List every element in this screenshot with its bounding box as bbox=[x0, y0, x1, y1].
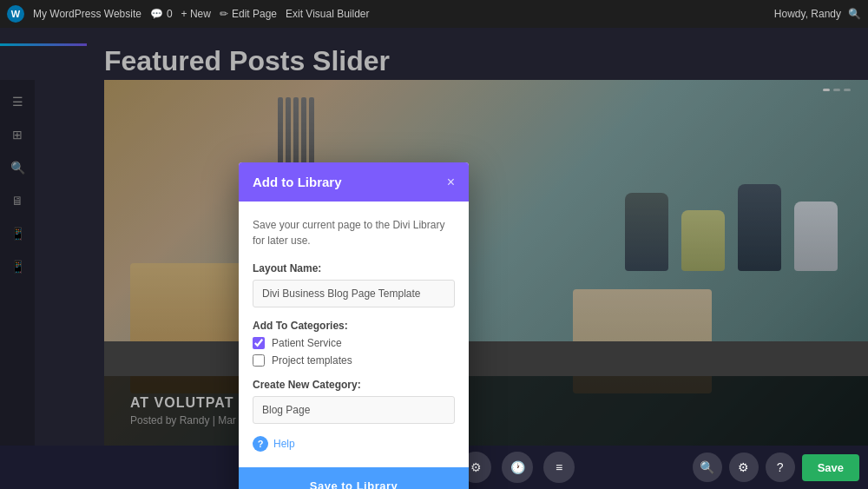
new-category-input[interactable] bbox=[253, 396, 455, 424]
admin-bar-howdy[interactable]: Howdy, Randy bbox=[774, 8, 841, 20]
toolbar-history-button[interactable]: 🕐 bbox=[502, 452, 533, 483]
toolbar-search-icon-btn[interactable]: 🔍 bbox=[693, 453, 722, 482]
help-icon[interactable]: ? bbox=[253, 436, 268, 452]
admin-bar-search-icon[interactable]: 🔍 bbox=[848, 8, 861, 20]
admin-bar-exit-builder[interactable]: Exit Visual Builder bbox=[286, 8, 370, 20]
modal-close-button[interactable]: × bbox=[447, 175, 455, 189]
admin-bar-comments[interactable]: 💬 0 bbox=[150, 8, 173, 20]
categories-checkboxes: Patient Service Project templates bbox=[253, 337, 455, 367]
admin-bar-edit-page[interactable]: ✏ Edit Page bbox=[220, 8, 277, 20]
help-label[interactable]: Help bbox=[273, 438, 295, 450]
admin-bar-left: W My WordPress Website 💬 0 + New ✏ Edit … bbox=[7, 5, 764, 23]
layout-name-label: Layout Name: bbox=[253, 262, 455, 274]
toolbar-save-button[interactable]: Save bbox=[802, 454, 859, 481]
toolbar-barchart-button[interactable]: ≡ bbox=[543, 452, 575, 483]
new-category-label: Create New Category: bbox=[253, 379, 455, 391]
category-patient-service-label: Patient Service bbox=[272, 337, 342, 349]
modal-footer: Save to Library bbox=[239, 467, 469, 489]
wp-logo-icon[interactable]: W bbox=[7, 5, 24, 23]
modal-header: Add to Library × bbox=[239, 162, 469, 202]
toolbar-right: 🔍 ⚙ ? Save bbox=[693, 453, 859, 482]
toolbar-settings-icon-btn[interactable]: ⚙ bbox=[729, 453, 759, 482]
modal-body: Save your current page to the Divi Libra… bbox=[239, 202, 469, 467]
admin-bar: W My WordPress Website 💬 0 + New ✏ Edit … bbox=[0, 0, 868, 28]
category-patient-service-checkbox[interactable] bbox=[253, 337, 265, 349]
category-project-templates-label: Project templates bbox=[272, 354, 352, 367]
add-to-library-modal: Add to Library × Save your current page … bbox=[239, 162, 469, 489]
categories-label: Add To Categories: bbox=[253, 320, 455, 332]
layout-name-group: Layout Name: bbox=[253, 262, 455, 307]
modal-description: Save your current page to the Divi Libra… bbox=[253, 217, 455, 248]
admin-bar-new[interactable]: + New bbox=[181, 8, 211, 20]
save-to-library-button[interactable]: Save to Library bbox=[239, 467, 469, 489]
new-category-group: Create New Category: bbox=[253, 379, 455, 424]
help-row: ? Help bbox=[253, 436, 455, 452]
layout-name-input[interactable] bbox=[253, 280, 455, 307]
admin-bar-right: Howdy, Randy 🔍 bbox=[774, 8, 861, 20]
modal-title: Add to Library bbox=[253, 175, 342, 189]
category-patient-service: Patient Service bbox=[253, 337, 455, 349]
page-area: Featured Posts Slider ☰ ⊞ 🔍 🖥 📱 📱 bbox=[0, 28, 868, 489]
categories-group: Add To Categories: Patient Service Proje… bbox=[253, 320, 455, 367]
category-project-templates-checkbox[interactable] bbox=[253, 354, 265, 367]
category-project-templates: Project templates bbox=[253, 354, 455, 367]
admin-bar-site-name[interactable]: My WordPress Website bbox=[33, 8, 141, 20]
toolbar-help-icon-btn[interactable]: ? bbox=[766, 453, 795, 482]
